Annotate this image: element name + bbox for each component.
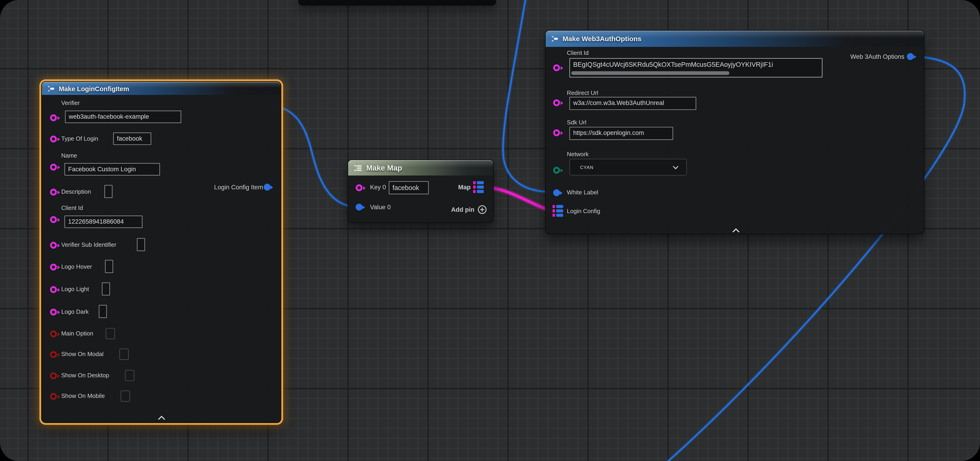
map-output-pin[interactable] [473,181,484,193]
show-on-mobile-label: Show On Mobile [61,393,105,400]
graph-canvas[interactable]: Make LoginConfigItem Login Config Item V… [0,0,980,461]
type-of-login-pin[interactable] [50,136,57,143]
white-label-pin[interactable] [553,189,560,196]
node-header[interactable]: Make Web3AuthOptions [546,31,924,47]
node-make-map[interactable]: Make Map Key 0 facebook Map Value 0 Add … [347,159,494,223]
logo-light-label: Logo Light [61,286,89,293]
node-header[interactable]: Make Map [348,160,493,175]
key-0-pin[interactable] [356,184,363,191]
description-pin[interactable] [50,189,57,196]
network-label: Network [567,151,589,158]
make-struct-icon [47,84,55,92]
logo-dark-label: Logo Dark [61,308,89,316]
redirect-url-pin[interactable] [553,99,560,106]
redirect-url-input[interactable]: w3a://com.w3a.Web3AuthUnreal [570,97,696,110]
make-struct-icon [550,35,559,43]
output-pin-label: Login Config Item [214,184,263,191]
wire-offscreen-to-white-label[interactable] [503,0,550,192]
logo-hover-pin[interactable] [50,264,57,270]
blueprint-editor: Make LoginConfigItem Login Config Item V… [0,0,980,461]
name-label: Name [61,152,77,159]
value-0-label: Value 0 [370,204,391,211]
make-map-icon [353,163,363,172]
sdk-url-label: Sdk Url [567,119,586,126]
description-label: Description [61,188,91,196]
client-id-label: Client Id [61,204,83,212]
collapse-button[interactable] [158,412,166,423]
logo-dark-input[interactable] [99,305,107,318]
map-output-label: Map [458,184,471,191]
node-make-loginconfigitem[interactable]: Make LoginConfigItem Login Config Item V… [41,81,281,423]
name-pin[interactable] [50,164,57,170]
show-on-mobile-pin[interactable] [50,393,57,400]
client-id-label: Client Id [567,49,589,57]
show-on-desktop-checkbox[interactable] [125,370,134,381]
white-label-label: White Label [567,189,598,196]
logo-hover-input[interactable] [105,260,113,273]
key-0-label: Key 0 [370,184,386,191]
sdk-url-pin[interactable] [553,129,560,136]
verifier-sub-identifier-pin[interactable] [50,242,57,248]
verifier-sub-identifier-label: Verifier Sub Identifier [61,241,116,249]
description-input[interactable] [104,185,113,198]
show-on-modal-checkbox[interactable] [119,349,129,360]
logo-light-pin[interactable] [50,286,57,293]
key-0-input[interactable]: facebook [389,181,429,194]
client-id-scrollbar[interactable] [571,71,729,75]
verifier-sub-identifier-input[interactable] [137,238,145,251]
show-on-desktop-label: Show On Desktop [61,372,109,379]
node-make-web3authoptions[interactable]: Make Web3AuthOptions Web 3Auth Options C… [545,30,924,234]
logo-hover-label: Logo Hover [61,263,92,270]
type-of-login-label: Type Of Login [61,135,99,143]
login-config-pin[interactable] [552,205,563,217]
main-option-label: Main Option [61,330,93,337]
add-pin-button[interactable]: Add pin [451,205,487,214]
logo-dark-pin[interactable] [50,309,57,316]
name-input[interactable]: Facebook Custom Login [64,163,160,176]
login-config-item-output-pin[interactable] [264,184,270,191]
network-dropdown[interactable]: CYAN [570,159,687,176]
main-option-checkbox[interactable] [106,328,115,339]
client-id-input[interactable]: 1222658941886084 [64,216,143,228]
chevron-down-icon [673,165,679,169]
show-on-modal-label: Show On Modal [61,351,103,358]
node-title: Make Map [366,163,402,172]
sdk-url-input[interactable]: https://sdk.openlogin.com [570,127,673,140]
client-id-pin[interactable] [553,64,560,71]
node-header[interactable]: Make LoginConfigItem [42,82,281,95]
web3auth-options-output-pin[interactable] [907,53,914,60]
logo-light-input[interactable] [102,282,110,296]
verifier-label: Verifier [61,99,80,107]
client-id-pin[interactable] [50,216,57,223]
verifier-pin[interactable] [50,114,57,121]
network-pin[interactable] [553,167,560,173]
login-config-label: Login Config [567,207,600,215]
wire-loginconfigitem-to-map-value[interactable] [269,106,355,207]
value-0-pin[interactable] [356,204,363,211]
show-on-desktop-pin[interactable] [50,372,57,379]
output-pin-label: Web 3Auth Options [850,53,904,60]
verifier-input[interactable]: web3auth-facebook-example [65,111,181,123]
node-title: Make LoginConfigItem [59,84,129,92]
collapse-button[interactable] [732,224,740,235]
redirect-url-label: Redirect Url [567,89,598,97]
show-on-mobile-checkbox[interactable] [121,391,130,402]
type-of-login-input[interactable]: facebook [113,132,151,145]
network-selected-value: CYAN [580,164,593,170]
main-option-pin[interactable] [50,331,57,337]
add-pin-label: Add pin [451,206,474,213]
show-on-modal-pin[interactable] [50,351,57,358]
add-pin-icon [477,205,487,214]
node-title: Make Web3AuthOptions [563,35,641,43]
